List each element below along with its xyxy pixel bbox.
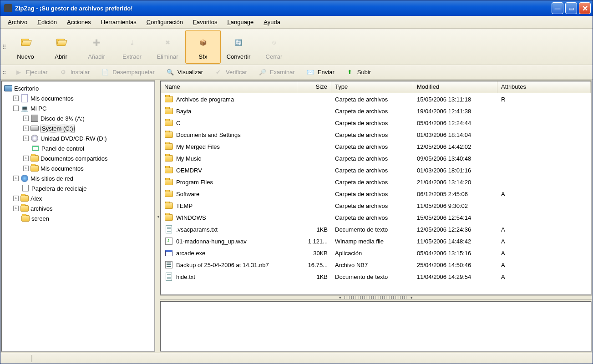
menu-language[interactable]: Language	[223, 17, 258, 27]
close-archive-button[interactable]: ⦸ Cerrar	[256, 30, 292, 64]
trash-icon	[21, 184, 30, 192]
file-row[interactable]: BaytaCarpeta de archivos19/04/2006 12:41…	[161, 105, 591, 117]
view-button[interactable]: 🔍 Visualizar	[161, 66, 208, 78]
maximize-button[interactable]: ▭	[565, 2, 577, 14]
txt-icon	[164, 225, 173, 233]
unpack-icon: 📄	[101, 68, 110, 77]
toolbar-grip[interactable]	[3, 33, 7, 61]
tree-system-c[interactable]: + System (C:)	[3, 123, 153, 133]
file-modified: 11/04/2006 14:29:54	[413, 273, 497, 280]
file-row[interactable]: Archivos de programaCarpeta de archivos1…	[161, 93, 591, 105]
add-button[interactable]: ➕ Añadir	[79, 30, 114, 64]
new-button[interactable]: Nuevo	[8, 30, 43, 64]
unpack-button[interactable]: 📄 Desempaquetar	[96, 66, 159, 78]
menu-archivo[interactable]: Archivo	[3, 17, 32, 27]
expander-icon[interactable]: +	[23, 156, 29, 161]
tree-shared-docs[interactable]: + Documentos compartidos	[3, 153, 153, 163]
tree-my-pc[interactable]: − 💻 Mi PC	[3, 103, 153, 113]
file-row[interactable]: Program FilesCarpeta de archivos21/04/20…	[161, 176, 591, 188]
horizontal-splitter[interactable]: ▾ ▾	[160, 295, 592, 300]
file-row[interactable]: SoftwareCarpeta de archivos06/12/2005 2:…	[161, 188, 591, 200]
expander-icon[interactable]: +	[23, 136, 29, 141]
install-button[interactable]: ⚙ Instalar	[54, 66, 95, 78]
file-name: 01-madonna-hung_up.wav	[176, 238, 247, 245]
expander-icon[interactable]: −	[13, 106, 19, 111]
expander-icon[interactable]: +	[13, 96, 19, 101]
new-icon	[16, 33, 35, 51]
folder-icon	[30, 164, 39, 172]
menu-favoritos[interactable]: Favoritos	[188, 17, 222, 27]
send-button[interactable]: ✉️ Enviar	[301, 66, 339, 78]
tree-network[interactable]: + Mis sitios de red	[3, 173, 153, 183]
tree-floppy-a[interactable]: + Disco de 3½ (A:)	[3, 113, 153, 123]
tree-recycle-bin[interactable]: Papelera de reciclaje	[3, 183, 153, 193]
file-row[interactable]: WINDOWSCarpeta de archivos15/05/2006 12:…	[161, 212, 591, 223]
file-name: Program Files	[176, 179, 213, 186]
file-row[interactable]: My MusicCarpeta de archivos09/05/2006 13…	[161, 152, 591, 164]
examine-button[interactable]: 🔎 Examinar	[253, 66, 299, 78]
expander-icon[interactable]: +	[23, 166, 29, 171]
expander-icon[interactable]: +	[23, 126, 29, 131]
folder-tree[interactable]: Escritorio + Mis documentos − 💻 Mi PC + …	[1, 81, 155, 352]
menu-edición[interactable]: Edición	[33, 17, 61, 27]
file-list-pane: Name Size Type Modified Attributes Archi…	[160, 81, 592, 295]
tree-control-panel[interactable]: Panel de control	[3, 143, 153, 153]
extract-button[interactable]: ⤓ Extraer	[114, 30, 150, 64]
menu-configuración[interactable]: Configuración	[142, 17, 188, 27]
open-button[interactable]: Abrir	[43, 30, 79, 64]
file-list[interactable]: Archivos de programaCarpeta de archivos1…	[161, 93, 591, 294]
file-row[interactable]: 01-madonna-hung_up.wav1.121...Winamp med…	[161, 235, 591, 247]
tree-desktop[interactable]: Escritorio	[3, 83, 153, 93]
tree-my-documents[interactable]: + Mis documentos	[3, 93, 153, 103]
menu-acciones[interactable]: Acciones	[62, 17, 96, 27]
file-name: hide.txt	[176, 273, 195, 280]
app-icon	[164, 249, 173, 257]
up-button[interactable]: ⬆ Subir	[341, 66, 375, 78]
expander-icon[interactable]: +	[23, 116, 29, 121]
delete-button[interactable]: ✖ Eliminar	[150, 30, 185, 64]
title-bar[interactable]: ZipZag - ¡Su gestor de archivos preferid…	[0, 0, 593, 16]
file-row[interactable]: Backup of 25-04-2006 at 14.31.nb716.75..…	[161, 259, 591, 271]
minimize-button[interactable]: —	[552, 2, 563, 14]
execute-button[interactable]: ▶ Ejecutar	[10, 66, 52, 78]
tree-my-documents-2[interactable]: + Mis documentos	[3, 163, 153, 173]
file-row[interactable]: My Merged FilesCarpeta de archivos12/05/…	[161, 141, 591, 152]
tree-archivos[interactable]: + archivos	[3, 203, 153, 213]
expander-icon[interactable]: +	[13, 206, 19, 211]
file-modified: 05/04/2006 13:15:16	[413, 250, 497, 257]
toolbar2-grip[interactable]	[3, 67, 7, 77]
column-attributes[interactable]: Attributes	[497, 81, 591, 93]
folder-icon	[20, 194, 29, 202]
expander-icon[interactable]: +	[13, 196, 19, 201]
file-attributes: A	[497, 250, 591, 257]
file-row[interactable]: CCarpeta de archivos05/04/2006 12:24:44	[161, 117, 591, 129]
file-modified: 01/03/2006 18:01:16	[413, 167, 497, 174]
preview-pane[interactable]	[160, 301, 592, 352]
column-modified[interactable]: Modified	[413, 81, 497, 93]
convert-button[interactable]: 🔄 Convertir	[221, 30, 256, 64]
file-row[interactable]: hide.txt1KBDocumento de texto11/04/2006 …	[161, 271, 591, 283]
column-type[interactable]: Type	[331, 81, 413, 93]
sfx-button[interactable]: 📦 Sfx	[185, 30, 221, 64]
execute-label: Ejecutar	[26, 69, 48, 76]
verify-icon: ✔	[214, 68, 223, 77]
column-name[interactable]: Name	[161, 81, 297, 93]
verify-button[interactable]: ✔ Verificar	[209, 66, 252, 78]
expander-icon[interactable]: +	[13, 176, 19, 181]
tree-screen[interactable]: screen	[3, 213, 153, 223]
file-modified: 15/05/2006 13:11:18	[413, 96, 497, 103]
menu-ayuda[interactable]: Ayuda	[259, 17, 285, 27]
file-row[interactable]: OEMDRVCarpeta de archivos01/03/2006 18:0…	[161, 164, 591, 176]
examine-label: Examinar	[270, 69, 295, 76]
menu-herramientas[interactable]: Herramientas	[96, 17, 141, 27]
folder-icon	[21, 214, 30, 222]
file-row[interactable]: Documents and SettingsCarpeta de archivo…	[161, 129, 591, 141]
vertical-splitter[interactable]: ◂	[156, 80, 160, 353]
tree-alex[interactable]: + Alex	[3, 193, 153, 203]
close-button[interactable]: ✕	[579, 2, 591, 14]
file-row[interactable]: arcade.exe30KBAplicación05/04/2006 13:15…	[161, 247, 591, 259]
file-row[interactable]: .vsacparams.txt1KBDocumento de texto12/0…	[161, 223, 591, 235]
tree-dvd-d[interactable]: + Unidad DVD/CD-RW (D:)	[3, 133, 153, 143]
column-size[interactable]: Size	[297, 81, 331, 93]
file-row[interactable]: TEMPCarpeta de archivos11/05/2006 9:30:0…	[161, 200, 591, 212]
